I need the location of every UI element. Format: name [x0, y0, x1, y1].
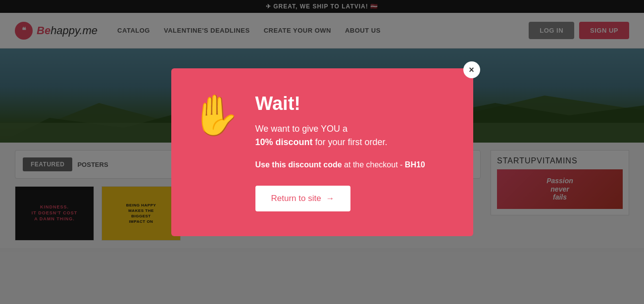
modal-overlay: × ✋ Wait! We want to give YOU a 10% disc… — [0, 0, 644, 304]
modal-desc-bold: 10% discount — [255, 137, 313, 147]
modal-desc-line2: for your first order. — [313, 137, 388, 147]
modal-title: Wait! — [255, 93, 448, 114]
return-arrow-icon: → — [326, 194, 335, 203]
modal-body: Wait! We want to give YOU a 10% discount… — [255, 93, 448, 211]
modal-code-value: BH10 — [405, 160, 425, 169]
modal-description: We want to give YOU a 10% discount for y… — [255, 122, 448, 149]
return-to-site-button[interactable]: Return to site → — [255, 186, 350, 211]
hand-icon: ✋ — [191, 96, 241, 135]
return-label: Return to site — [271, 194, 321, 203]
modal-code-middle: at the checkout - — [342, 160, 405, 169]
modal-close-button[interactable]: × — [463, 61, 480, 78]
modal-dialog: × ✋ Wait! We want to give YOU a 10% disc… — [171, 68, 473, 236]
modal-desc-line1: We want to give YOU a — [255, 124, 347, 134]
modal-code-text: Use this discount code at the checkout -… — [255, 159, 448, 171]
modal-code-intro: Use this discount code — [255, 160, 342, 169]
